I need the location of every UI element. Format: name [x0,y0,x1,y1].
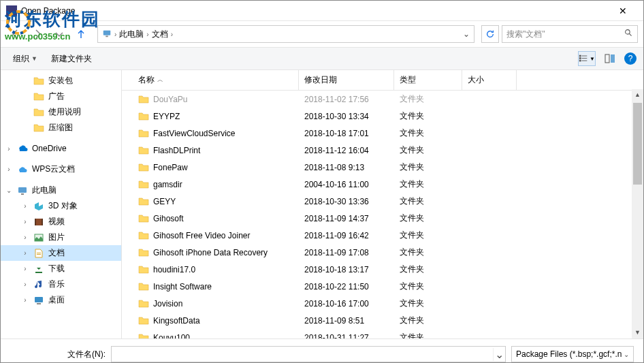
file-name: Jovision [153,299,182,309]
forward-button[interactable] [28,25,47,44]
filename-dropdown[interactable]: ⌄ [493,348,505,361]
file-type: 文件夹 [394,211,462,225]
breadcrumb[interactable]: › 此电脑 › 文档 › ⌄ [97,25,474,43]
sidebar-item[interactable]: ›桌面 [1,292,121,308]
file-row[interactable]: FonePaw2018-11-08 9:13文件夹 [122,159,643,176]
svg-rect-20 [37,254,41,255]
organize-button[interactable]: 组织▼ [7,50,43,67]
search-input[interactable]: 搜索"文档" [502,25,638,43]
up-button[interactable] [71,25,91,44]
expand-icon[interactable]: › [21,296,29,304]
breadcrumb-item[interactable]: 文档 [152,29,168,40]
content: 安装包广告使用说明压缩图›OneDrive›WPS云文档⌄此电脑›3D 对象›视… [1,70,643,338]
expand-icon[interactable] [21,77,29,85]
new-folder-button[interactable]: 新建文件夹 [46,50,97,67]
sidebar-item[interactable]: ›下载 [1,261,121,277]
svg-rect-14 [21,193,24,195]
file-row[interactable]: EYYPZ2018-10-30 13:34文件夹 [122,108,643,125]
file-date: 2018-11-09 14:37 [299,211,394,225]
file-date: 2018-11-09 16:42 [299,228,394,242]
download-icon [33,264,44,274]
column-name[interactable]: 名称︿ [122,70,299,90]
back-button[interactable] [6,25,25,44]
sidebar-item[interactable]: ⌄此电脑 [1,183,121,198]
folder-icon [138,332,149,339]
sidebar-item[interactable]: ›音乐 [1,277,121,292]
sidebar-item[interactable]: ›OneDrive [1,141,121,156]
sidebar-item[interactable]: 使用说明 [1,104,121,120]
file-row[interactable]: Gihosoft2018-11-09 14:37文件夹 [122,210,643,227]
folder-icon [138,179,149,190]
file-row[interactable]: FastViewCloudService2018-10-18 17:01文件夹 [122,125,643,142]
expand-icon[interactable]: › [5,144,13,153]
file-row[interactable]: Insight Software2018-10-22 11:50文件夹 [122,278,643,295]
sidebar-item[interactable]: 压缩图 [1,120,121,136]
sidebar-item[interactable]: 广告 [1,89,121,104]
column-size[interactable]: 大小 [462,70,517,90]
preview-pane-button[interactable] [601,51,619,66]
file-type: 文件夹 [394,143,462,157]
folder-icon [138,230,149,241]
file-row[interactable]: FlashDLPrint2018-11-12 16:04文件夹 [122,142,643,159]
file-type: 文件夹 [394,126,462,140]
sidebar-item-label: 文档 [48,247,65,259]
file-row[interactable]: GEYY2018-10-30 13:36文件夹 [122,193,643,210]
close-button[interactable]: ✕ [607,1,638,20]
sidebar-item[interactable]: 安装包 [1,73,121,89]
scroll-down-arrow[interactable]: ▼ [632,327,643,338]
file-row[interactable]: Gihosoft Free Video Joiner2018-11-09 16:… [122,227,643,244]
file-name: FlashDLPrint [153,146,200,155]
expand-icon[interactable]: › [21,281,29,289]
expand-icon[interactable] [21,108,29,116]
svg-rect-13 [18,187,27,193]
sidebar-item[interactable]: ›图片 [1,230,121,245]
refresh-button[interactable] [481,25,499,43]
file-row[interactable]: Kouyu1002018-10-31 11:27文件夹 [122,329,643,338]
file-row[interactable]: Gihosoft iPhone Data Recovery2018-11-09 … [122,244,643,261]
expand-icon[interactable]: › [21,202,29,210]
expand-icon[interactable]: ⌄ [5,187,13,195]
onedrive-icon [17,143,28,154]
file-row[interactable]: KingsoftData2018-11-09 8:51文件夹 [122,312,643,329]
breadcrumb-item[interactable]: 此电脑 [119,29,144,40]
file-row[interactable]: DouYaPu2018-11-02 17:56文件夹 [122,91,643,108]
svg-rect-5 [579,55,581,57]
column-type[interactable]: 类型 [394,70,462,90]
file-row[interactable]: gamsdir2004-10-16 11:00文件夹 [122,176,643,193]
file-row[interactable]: houdini17.02018-10-18 13:17文件夹 [122,261,643,278]
expand-icon[interactable]: › [21,249,29,257]
expand-icon[interactable] [21,93,29,101]
cloud-icon [17,164,28,175]
file-name: GEYY [153,197,176,206]
view-details-button[interactable]: ▼ [578,51,596,66]
file-name: gamsdir [153,180,182,189]
help-button[interactable]: ? [624,52,637,65]
sidebar-item[interactable]: ›WPS云文档 [1,161,121,177]
expand-icon[interactable]: › [21,234,29,242]
folder-icon [33,76,44,86]
scroll-thumb[interactable] [633,103,642,185]
folder-icon [138,213,149,224]
expand-icon[interactable] [21,124,29,132]
file-date: 2018-11-02 17:56 [299,92,394,106]
file-name: DouYaPu [153,95,187,104]
recent-dropdown[interactable] [50,25,69,44]
folder-icon [138,281,149,292]
column-date[interactable]: 修改日期 [299,70,394,90]
scrollbar[interactable]: ▲ ▼ [632,89,643,338]
sidebar-item[interactable]: ›3D 对象 [1,198,121,214]
expand-icon[interactable]: › [5,165,13,174]
folder-icon [138,264,149,275]
filename-input[interactable]: ⌄ [111,346,506,362]
file-row[interactable]: Jovision2018-10-16 17:00文件夹 [122,295,643,312]
filename-field[interactable] [112,349,493,359]
folder-icon [138,94,149,105]
sidebar-item[interactable]: ›视频 [1,214,121,230]
file-type-filter[interactable]: Package Files (*.bsp;*.gcf;*.n⌄ [511,346,634,362]
breadcrumb-dropdown[interactable]: ⌄ [463,29,470,39]
expand-icon[interactable]: › [21,265,29,273]
expand-icon[interactable]: › [21,218,29,226]
sidebar-item-label: 此电脑 [32,185,57,196]
scroll-up-arrow[interactable]: ▲ [632,89,643,101]
sidebar-item[interactable]: ›文档 [1,245,121,261]
